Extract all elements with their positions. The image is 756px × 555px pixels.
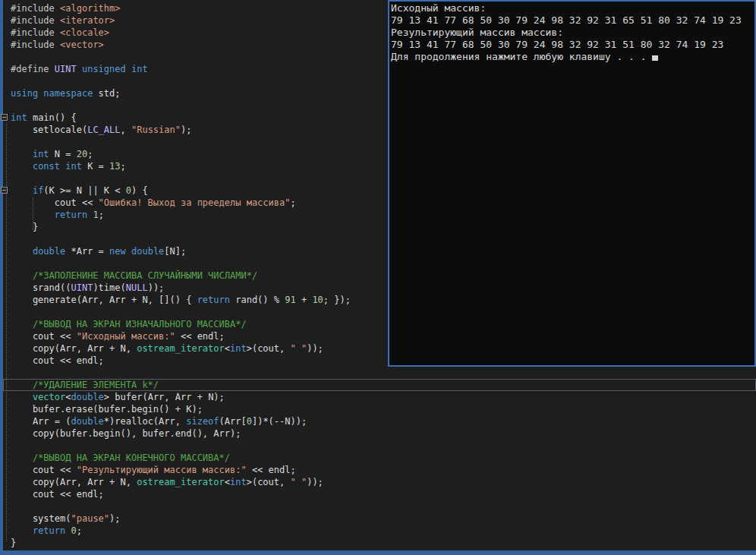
code-token: )); [148, 282, 165, 293]
code-line[interactable]: /*ВЫВОД НА ЭКРАН КОНЕЧНОГО МАССИВА*/ [3, 452, 756, 464]
console-line: Результирующий массив массив: [391, 27, 753, 39]
code-token [11, 185, 33, 196]
code-token: /*ВЫВОД НА ЭКРАН КОНЕЧНОГО МАССИВА*/ [11, 453, 230, 463]
code-token: new [109, 246, 126, 257]
code-token: "Результирующий массив массив:" [77, 465, 247, 475]
code-token [77, 64, 82, 74]
code-token: <algorithm> [60, 3, 120, 14]
code-token: , [121, 125, 131, 135]
code-token: UINT [55, 64, 77, 74]
code-token: ostream_iterator [137, 477, 225, 487]
code-token: #include [11, 39, 60, 50]
code-token: <vector> [60, 39, 104, 50]
code-token: rand() % [230, 295, 285, 305]
code-line[interactable]: cout << "Результирующий массив массив:" … [3, 464, 756, 476]
code-token: + [296, 295, 313, 305]
code-token: NULL [126, 282, 148, 293]
code-line[interactable]: /*УДАЛЕНИЕ ЭЛЕМЕНТА k*/ [3, 379, 756, 391]
code-token: 0 [126, 185, 131, 196]
code-token: double [71, 392, 104, 402]
fold-collapse-icon[interactable]: − [1, 187, 8, 194]
code-line[interactable]: } [3, 537, 756, 549]
code-token [11, 246, 33, 257]
code-token: ostream_iterator [137, 343, 225, 354]
code-token: LC_ALL [87, 125, 120, 135]
code-token: const int [33, 161, 82, 172]
code-token: #include [11, 27, 60, 38]
code-line[interactable]: system("pause"); [3, 512, 756, 525]
code-token: ; [290, 197, 295, 208]
code-token: ; [87, 149, 93, 159]
code-token: vector [33, 392, 65, 402]
code-token: unsigned int [82, 64, 148, 74]
code-token: Arr = ( [11, 416, 71, 427]
code-token: double [131, 246, 164, 257]
code-token: << endl; [247, 465, 296, 475]
code-token: std; [93, 88, 120, 99]
code-token: setlocale( [11, 125, 87, 135]
code-line[interactable] [3, 440, 756, 452]
code-token: bufer.erase(bufer.begin() + K); [11, 404, 203, 415]
code-token: } [11, 222, 38, 232]
code-token: << endl; [175, 331, 225, 342]
code-token [11, 161, 33, 172]
console-line: Для продолжения нажмите любую клавишу . … [391, 51, 753, 63]
code-token: cout << [11, 331, 77, 342]
code-token: " " [290, 343, 307, 354]
fold-collapse-icon[interactable]: − [1, 114, 8, 121]
code-token: ; }); [323, 295, 351, 305]
code-token: "Ошибка! Выход за прееделы массива" [99, 197, 291, 208]
code-token: *Arr = [65, 246, 109, 257]
code-token: main() { [27, 112, 77, 123]
code-token: ; [99, 210, 104, 220]
console-output: Исходный массив:79 13 41 77 68 50 30 79 … [391, 2, 753, 63]
code-token: 0 [71, 525, 77, 536]
code-token: system( [11, 513, 71, 524]
console-window[interactable]: Исходный массив:79 13 41 77 68 50 30 79 … [388, 0, 756, 367]
code-token: copy(Arr, Arr + N, [11, 343, 137, 354]
code-token [11, 210, 55, 220]
code-token: *)realloc(Arr, [104, 416, 186, 427]
code-line[interactable] [3, 367, 756, 379]
console-line: 79 13 41 77 68 50 30 79 24 98 32 92 31 5… [391, 39, 753, 51]
code-line[interactable]: return 0; [3, 525, 756, 537]
code-line[interactable]: Arr = (double*)realloc(Arr, sizeof(Arr[0… [3, 415, 756, 427]
code-token: ); [181, 125, 191, 135]
code-token: /*ЗАПОЛЕНИНЕ МАССИВА СЛУЧАЙНЫМИ ЧИСЛАМИ*… [11, 270, 257, 281]
code-token: return [33, 525, 65, 536]
code-token: 0 [247, 416, 252, 427]
code-token [11, 525, 33, 536]
code-token [11, 392, 33, 402]
code-token: srand(( [11, 282, 71, 293]
code-line[interactable]: cout << endl; [3, 488, 756, 500]
code-token: )time( [93, 282, 125, 293]
code-token: < [65, 392, 71, 402]
code-token: >(cout, [247, 343, 291, 354]
code-token: (K >= N || K < [43, 185, 125, 196]
code-token: ; [121, 161, 126, 172]
code-token [11, 149, 33, 159]
console-cursor [652, 55, 658, 61]
code-line[interactable]: vector<double> bufer(Arr, Arr + N); [3, 391, 756, 403]
screenshot-root: { "colors": { "editor_background": "#1e1… [0, 0, 756, 555]
code-token: "Исходный массив:" [77, 331, 175, 342]
code-token: return [55, 210, 87, 220]
code-token: > bufer(Arr, Arr + N); [104, 392, 225, 402]
code-token: 1 [93, 210, 98, 220]
code-token: ])*(--N)); [252, 416, 307, 427]
code-token: int [11, 112, 27, 123]
code-token: UINT [71, 282, 93, 293]
code-line[interactable]: copy(bufer.begin(), bufer.end(), Arr); [3, 427, 756, 440]
code-token: ); [109, 513, 120, 524]
code-token: int [230, 343, 247, 354]
code-token: "pause" [71, 513, 109, 524]
code-line[interactable]: bufer.erase(bufer.begin() + K); [3, 403, 756, 415]
code-token: generate(Arr, Arr + N, []() { [11, 295, 197, 305]
code-token: ) { [131, 185, 148, 196]
code-line[interactable]: copy(Arr, Arr + N, ostream_iterator<int>… [3, 476, 756, 488]
code-token: if [33, 185, 43, 196]
code-token: < [225, 477, 230, 487]
code-token: <iterator> [60, 15, 115, 26]
code-line[interactable] [3, 500, 756, 512]
code-token: )); [307, 477, 323, 487]
